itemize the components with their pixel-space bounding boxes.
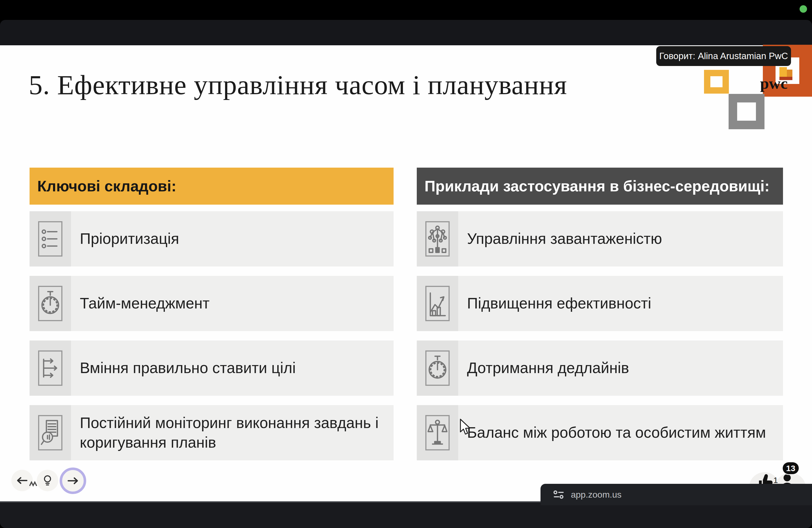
list-item-label: Вміння правильно ставити цілі bbox=[71, 340, 394, 396]
annotation-squiggle bbox=[29, 481, 39, 487]
balance-scales-icon bbox=[417, 405, 458, 460]
business-examples-column: Приклади застосування в бізнес-середовищ… bbox=[417, 167, 783, 470]
list-item: Підвищення ефективності bbox=[417, 276, 783, 331]
participants-count-badge: 13 bbox=[783, 462, 799, 474]
arrow-left-icon bbox=[17, 476, 28, 484]
list-item: Тайм-менеджмент bbox=[30, 276, 394, 331]
list-item-label: Баланс між роботою та особистим життям bbox=[458, 405, 783, 460]
list-item-label: Пріоритизація bbox=[71, 211, 394, 266]
camera-active-indicator bbox=[800, 5, 807, 13]
reaction-count: 1 bbox=[773, 475, 778, 485]
active-speaker-label: Говорит: Alina Arustamian PwC bbox=[656, 46, 791, 66]
list-item-label: Постійний моніторинг виконання завдань і… bbox=[71, 405, 394, 460]
checklist-icon bbox=[30, 211, 71, 266]
zoom-url-bar[interactable]: app.zoom.us bbox=[540, 484, 812, 505]
list-item-label: Управління завантаженістю bbox=[458, 211, 783, 266]
mouse-cursor bbox=[459, 419, 472, 435]
key-components-column: Ключові складові: Пріоритизація bbox=[30, 167, 394, 470]
window-titlebar bbox=[0, 20, 812, 45]
monitoring-magnifier-icon bbox=[30, 405, 71, 460]
page-title: 5. Ефективне управління часом і плануван… bbox=[29, 69, 692, 101]
icon-frame bbox=[38, 286, 62, 321]
list-item: Пріоритизація bbox=[30, 211, 394, 266]
list-item: Постійний моніторинг виконання завдань і… bbox=[30, 405, 394, 460]
icon-frame bbox=[38, 415, 62, 450]
efficiency-chart-icon bbox=[417, 276, 458, 331]
list-item-label: Тайм-менеджмент bbox=[71, 276, 394, 331]
left-column-header: Ключові складові: bbox=[30, 167, 394, 205]
list-item-label: Підвищення ефективності bbox=[458, 276, 783, 331]
list-item: Управління завантаженістю bbox=[417, 211, 783, 266]
pointer-tool-button[interactable] bbox=[37, 470, 58, 491]
logo-gray-square bbox=[729, 94, 765, 129]
pwc-logo-text: pwc bbox=[760, 74, 788, 92]
icon-frame bbox=[38, 221, 62, 256]
icon-frame bbox=[425, 415, 450, 450]
icon-frame bbox=[38, 350, 62, 386]
list-item: Баланс між роботою та особистим життям bbox=[417, 405, 783, 460]
deadline-stopwatch-icon bbox=[417, 340, 458, 396]
settings-sliders-icon bbox=[553, 489, 565, 500]
icon-frame bbox=[425, 221, 450, 256]
stopwatch-icon bbox=[30, 276, 71, 331]
lightbulb-icon bbox=[43, 475, 53, 486]
workload-tree-icon bbox=[417, 211, 458, 266]
goal-arrows-icon bbox=[30, 340, 71, 396]
list-item: Вміння правильно ставити цілі bbox=[30, 340, 394, 396]
list-item-label: Дотримання дедлайнів bbox=[458, 340, 783, 396]
logo-yellow-square bbox=[704, 70, 729, 93]
url-text: app.zoom.us bbox=[571, 489, 621, 500]
zoom-meeting-window: 5. Ефективне управління часом і плануван… bbox=[0, 0, 812, 528]
desktop-top-strip bbox=[0, 0, 812, 20]
arrow-right-icon bbox=[68, 477, 78, 485]
right-column-header: Приклади застосування в бізнес-середовищ… bbox=[417, 167, 783, 205]
next-slide-button[interactable] bbox=[60, 468, 86, 494]
logo-bar-orange bbox=[787, 70, 793, 77]
icon-frame bbox=[425, 350, 450, 386]
icon-frame bbox=[425, 286, 450, 321]
list-item: Дотримання дедлайнів bbox=[417, 340, 783, 396]
